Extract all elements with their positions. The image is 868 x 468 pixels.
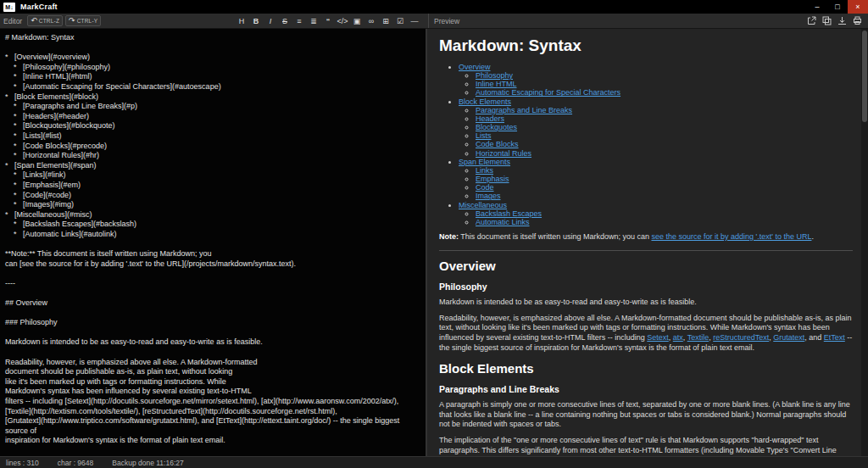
main-area: # Markdown: Syntax * [Overview](#overvie… [0,29,868,456]
preview-toolbar: Preview [429,14,868,28]
maximize-button[interactable]: □ [827,0,848,14]
text-run: A paragraph is simply one or more consec… [439,400,850,429]
toc-item: Philosophy [476,71,853,80]
toc-item: Block ElementsParagraphs and Line Breaks… [459,98,853,158]
toc-link[interactable]: Overview [459,63,491,71]
toc-link[interactable]: Headers [476,114,504,123]
image-button[interactable]: ▣ [350,14,364,27]
strikethrough-button[interactable]: S [278,14,292,27]
editor-pane[interactable]: # Markdown: Syntax * [Overview](#overvie… [0,29,427,456]
toc-link[interactable]: Inline HTML [476,80,517,88]
toc-link[interactable]: Automatic Escaping for Special Character… [476,88,620,97]
toc-item: Paragraphs and Line Breaks [476,106,853,114]
minimize-button[interactable]: – [807,0,827,14]
toc-item: Inline HTML [476,80,853,88]
inline-link[interactable]: EtText [824,333,845,342]
preview-toc: OverviewPhilosophyInline HTMLAutomatic E… [449,63,853,226]
bold-text: Note: [439,232,459,241]
toc-item: Blockquotes [476,123,853,131]
close-button[interactable]: × [848,0,868,14]
toc-item: Automatic Links [476,218,853,226]
editor-toolbar: Editor ↶ CTRL-Z ↷ CTRL-Y HBIS≡≣“</>▣∞⊞☑— [0,14,429,28]
toc-item: OverviewPhilosophyInline HTMLAutomatic E… [459,63,853,98]
text-run: Markdown is intended to be as easy-to-re… [439,298,697,306]
preview-paragraph: A paragraph is simply one or more consec… [439,400,853,430]
toc-link[interactable]: Code [476,183,494,192]
toc-item: Links [476,166,853,175]
inline-link[interactable]: Setext [647,333,669,342]
toc-link[interactable]: Block Elements [459,98,511,106]
toc-item: Emphasis [476,175,853,183]
toc-link[interactable]: Horizontal Rules [476,149,531,158]
toc-item: Images [476,192,853,200]
toc-link[interactable]: Philosophy [476,71,513,80]
toc-link[interactable]: Automatic Links [476,218,530,226]
popout-icon[interactable] [806,15,817,26]
inline-link[interactable]: Textile [687,333,709,342]
app-logo-icon: M↓ [3,3,15,12]
undo-button[interactable]: ↶ CTRL-Z [27,15,63,26]
editor-content[interactable]: # Markdown: Syntax * [Overview](#overvie… [0,29,426,456]
toc-link[interactable]: Backslash Escapes [476,209,542,218]
toc-link[interactable]: Emphasis [476,175,509,183]
toc-link[interactable]: Span Elements [459,158,510,166]
format-buttons: HBIS≡≣“</>▣∞⊞☑— [235,14,421,27]
preview-note: Note: This document is itself written us… [439,232,853,242]
ordered-list-button[interactable]: ≣ [307,14,320,27]
toc-item: Span ElementsLinksEmphasisCodeImages [459,158,853,201]
scrollbar-thumb[interactable] [862,31,867,122]
text-run: The implication of the "one or more cons… [439,436,837,456]
italic-button[interactable]: I [264,14,277,27]
inline-link[interactable]: reStructuredText [713,333,769,342]
toc-link[interactable]: Images [476,192,501,200]
inline-link[interactable]: Grutatext [773,333,804,342]
preview-paragraph: Readability, however, is emphasized abov… [439,314,853,354]
text-run: . [811,232,814,241]
copy-icon[interactable] [821,15,832,26]
export-icon[interactable] [837,15,848,26]
inline-link[interactable]: see the source for it by adding '.text' … [651,232,811,241]
toc-link[interactable]: Code Blocks [476,140,519,148]
toc-link[interactable]: Lists [476,131,492,140]
toc-item: Lists [476,131,853,140]
inline-link[interactable]: atx [673,333,683,342]
undo-shortcut: CTRL-Z [39,18,59,24]
redo-icon: ↷ [69,17,75,25]
toc-item: MiscellaneousBackslash EscapesAutomatic … [459,201,853,226]
toc-item: Horizontal Rules [476,149,853,158]
table-button[interactable]: ⊞ [379,14,392,27]
toc-item: Headers [476,114,853,123]
toc-link[interactable]: Miscellaneous [459,201,507,209]
blockquote-button[interactable]: “ [321,14,335,27]
toc-link[interactable]: Paragraphs and Line Breaks [476,106,572,114]
bold-button[interactable]: B [249,14,263,27]
section-heading: Paragraphs and Line Breaks [439,384,853,394]
preview-paragraph: Markdown is intended to be as easy-to-re… [439,298,853,308]
horizontal-rule-button[interactable]: — [408,14,421,27]
text-run: , and [804,333,824,342]
link-button[interactable]: ∞ [364,14,378,27]
status-chars: char : 9648 [58,459,94,467]
unordered-list-button[interactable]: ≡ [292,14,306,27]
editor-pane-label: Editor [3,17,22,25]
preview-scrollbar[interactable] [861,29,868,456]
toc-item: Code Blocks [476,140,853,148]
toc-item: Backslash Escapes [476,209,853,218]
toc-link[interactable]: Blockquotes [476,123,517,131]
window-controls: – □ × [807,0,868,14]
statusbar: lines : 310 char : 9648 Backup done 11:1… [0,456,868,468]
heading-button[interactable]: H [235,14,248,27]
code-button[interactable]: </> [336,14,349,27]
toc-link[interactable]: Links [476,166,493,175]
toc-item: Code [476,183,853,192]
print-icon[interactable] [852,15,863,26]
redo-button[interactable]: ↷ CTRL-Y [65,15,101,26]
app-title: MarkCraft [20,3,58,11]
preview-pane: Markdown: Syntax OverviewPhilosophyInlin… [427,29,868,456]
preview-sections: OverviewPhilosophyMarkdown is intended t… [439,250,853,456]
section-heading: Overview [439,259,853,273]
preview-title: Markdown: Syntax [439,36,853,55]
checklist-button[interactable]: ☑ [393,14,407,27]
preview-paragraph: The implication of the "one or more cons… [439,436,853,456]
undo-icon: ↶ [31,17,37,25]
